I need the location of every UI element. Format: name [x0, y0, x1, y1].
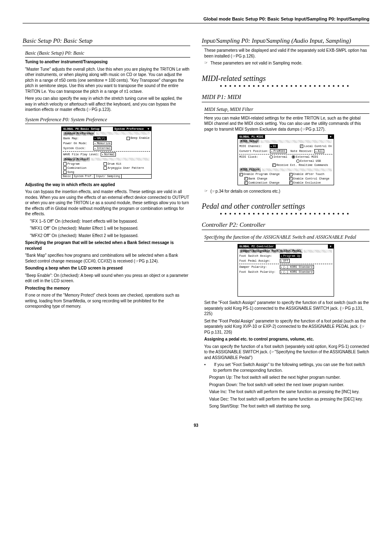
page-number: 93: [23, 423, 369, 428]
checkbox-icon[interactable]: [240, 173, 243, 176]
para-protect-body: If one or more of the "Memory Protect" c…: [25, 292, 190, 309]
checkbox-icon[interactable]: [63, 162, 67, 166]
divider-dots: ●●●●●●●●●●●●●●●●●●●●●●●●●●●●: [202, 84, 369, 88]
fig1-wave-value[interactable]: Normal: [101, 152, 116, 157]
left-column: Basic Setup P0: Basic Setup Basic (Basic…: [23, 32, 190, 411]
checkbox-icon[interactable]: [289, 181, 293, 184]
right-column: Input/Sampling P0: Input/Sampling (Audio…: [202, 32, 369, 411]
fig2-local: Local Control On: [304, 145, 332, 148]
para-fsw-lead: • If you set "Foot Switch Assign" to the…: [213, 362, 369, 373]
para-fped-assign: Set the "Foot Pedal Assign" parameter to…: [204, 318, 369, 335]
fig1-poweron-value[interactable]: Memorize: [93, 141, 112, 145]
fig2-rtc: Receive Ext. Realtime Commands: [277, 164, 328, 167]
para-beep-body: "Beep Enable": On (checked): A beep will…: [25, 273, 190, 284]
fig2-conv-label: Convert Position:: [240, 150, 269, 153]
para-beep-title: Sounding a beep when the LCD screen is p…: [25, 265, 190, 271]
fig2-f1: Enable Program Change: [244, 173, 280, 176]
heading-midi-related: MIDI-related settings: [202, 74, 369, 83]
figure-midi: GLOBAL P1:MIDI ▼ MIDI Setup MIDI Channel…: [238, 134, 334, 185]
fig1-bankmap-label: Bank Map:: [63, 137, 92, 140]
heading-basic-setup: Basic Setup P0: Basic Setup: [23, 37, 190, 46]
radio-icon[interactable]: [296, 159, 300, 163]
fig1-m4: Arpeggio User Pattern: [108, 166, 144, 170]
menu-icon: ▼: [328, 244, 334, 249]
fig2-clock-internal: Internal: [274, 155, 288, 159]
subheading-basic: Basic (Basic Setup) P0: Basic: [25, 50, 190, 58]
checkbox-icon[interactable]: [244, 177, 248, 180]
checkbox-icon[interactable]: [244, 181, 248, 184]
fig1-m3: Combination: [67, 166, 86, 170]
fig3-fped-value[interactable]: Off: [280, 259, 290, 263]
fig1-m2: Drum Kit: [108, 162, 122, 166]
checkbox-icon[interactable]: [272, 164, 276, 167]
note-midi: (☞p.34 for details on connections etc.): [210, 189, 369, 194]
checkbox-icon[interactable]: [127, 137, 130, 140]
fig2-f2: Enable After Touch: [293, 173, 325, 176]
content-columns: Basic Setup P0: Basic Setup Basic (Basic…: [23, 32, 369, 411]
checkbox-icon[interactable]: [104, 162, 107, 166]
fig3-damp-value[interactable]: (–) KORG Standard: [280, 265, 314, 269]
fig2-noterec-label: Note Receive:: [291, 150, 313, 153]
fig1-title-right: System Preference: [113, 127, 145, 131]
para-songstart: Song Start/Stop: The foot switch will st…: [209, 403, 369, 409]
radio-icon[interactable]: [292, 155, 295, 159]
para-ifx: "IFX 1–5 Off" On (checked): Insert effec…: [30, 219, 190, 224]
subheading-syspref: System Preference P0: System Preference: [25, 117, 190, 124]
fig2-title: GLOBAL P1:MIDI: [238, 135, 265, 139]
radio-icon[interactable]: [270, 155, 273, 159]
note-icon: ☞: [204, 60, 208, 66]
para-tuning-title: Tuning to another instrument/Transposing: [25, 59, 190, 65]
fig1-m1: Program: [67, 162, 79, 166]
header-text: Global mode Basic Setup P0: Basic Setup …: [203, 16, 369, 21]
fig2-f6: Enable Exclusive: [293, 181, 321, 184]
fig1-m5: Song: [67, 170, 74, 174]
fig3-fped-label: Foot Pedal Assign:: [240, 259, 279, 263]
fig2-f4: Enable Control Change: [293, 177, 330, 180]
fig1-tab1[interactable]: Basic: [62, 175, 73, 178]
note-input: These parameters are not valid in Sampli…: [210, 60, 369, 66]
fig2-conv-value[interactable]: PreMIDI: [270, 149, 287, 153]
para-input-body: These parameters will be displayed and v…: [204, 48, 369, 59]
heading-input-sampling: Input/Sampling P0: Input/Sampling (Audio…: [202, 37, 369, 46]
fig1-tab2[interactable]: System Pref.: [73, 175, 95, 178]
checkbox-icon[interactable]: [289, 177, 293, 180]
para-fsw-assign: Set the "Foot Switch Assign" parameter t…: [204, 300, 369, 317]
fig1-bankmap-value[interactable]: GM(2): [93, 136, 107, 140]
checkbox-icon[interactable]: [63, 166, 67, 170]
checkbox-icon[interactable]: [300, 145, 303, 148]
para-bank-body: "Bank Map" specifies how programs and co…: [25, 253, 190, 264]
figure-controller: GLOBAL P2:Controller ▼ Damper/Assignable…: [238, 244, 334, 297]
fig1-sec2: Memory Protect: [63, 157, 90, 161]
subheading-midi: MIDI Setup, MIDI Filter: [204, 106, 369, 114]
heading-midi: MIDI P1: MIDI: [202, 94, 369, 102]
fig1-sysclock-value[interactable]: Internal: [93, 146, 112, 150]
note-icon: ☞: [204, 189, 208, 194]
fig2-ch-value[interactable]: 01: [270, 144, 278, 148]
fig3-sec1: Damper/Assignable Foot Switch,Pedal: [240, 249, 302, 253]
menu-icon: ▼: [145, 127, 151, 131]
fig3-damp-label: Damper Polarity:: [240, 265, 279, 269]
para-protect-title: Protecting the memory: [25, 286, 190, 291]
fig1-wave-label: WAVE File Play Level:: [63, 153, 99, 156]
checkbox-icon[interactable]: [289, 173, 293, 176]
para-mfx1: "MFX1 Off" On (checked): Master Effect 1…: [30, 226, 190, 231]
para-control-title: Assigning a pedal etc. to control progra…: [204, 336, 369, 342]
checkbox-icon[interactable]: [104, 166, 107, 170]
fig1-tab3[interactable]: Input/ Sampling: [95, 175, 122, 178]
para-valdec: Value Dec: The foot switch will perform …: [209, 396, 369, 402]
para-tuning-body: "Master Tune" adjusts the overall pitch.…: [25, 67, 190, 94]
fig2-sec1: MIDI Setup: [240, 139, 259, 143]
para-control-body: You can specify the function of a foot s…: [204, 344, 369, 361]
fig3-title: GLOBAL P2:Controller: [238, 244, 276, 249]
para-valinc: Value Inc: The foot switch will perform …: [209, 389, 369, 395]
heading-pedal: Pedal and other controller settings: [202, 202, 369, 211]
bullet-icon: •: [209, 362, 213, 368]
divider-dots: ●●●●●●●●●●●●●●●●●●●●●●●●●●●●: [202, 212, 369, 216]
fig3-fswpol-value[interactable]: (–) KORG Standard: [280, 270, 314, 274]
fig2-f3: Bank Change: [249, 177, 267, 180]
fig3-fsw-value[interactable]: Program Up: [280, 254, 302, 258]
para-midi-body: Here you can make MIDI-related settings …: [204, 115, 369, 132]
fig2-sec2: MIDI Filter: [240, 168, 261, 172]
checkbox-icon[interactable]: [63, 170, 67, 174]
fig2-noterec-value[interactable]: All: [314, 149, 324, 153]
